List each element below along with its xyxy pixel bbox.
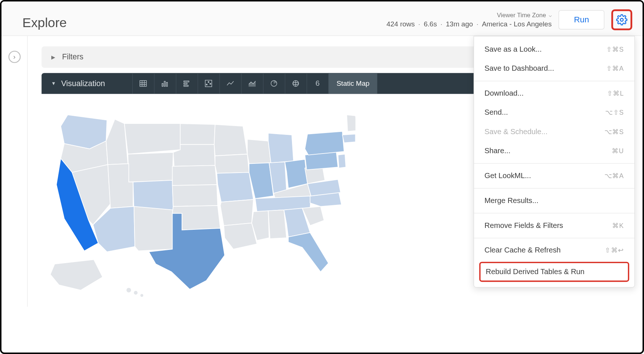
viz-single-value-icon[interactable]: 6 bbox=[307, 73, 329, 94]
state-ia bbox=[215, 154, 249, 173]
state-nj bbox=[338, 154, 346, 168]
state-wy bbox=[128, 152, 173, 182]
caret-down-icon: ▼ bbox=[51, 81, 56, 86]
explore-header: Explore Viewer Time Zone ⌵ 424 rows· 6.6… bbox=[1, 1, 644, 36]
menu-item-shortcut: ⇧⌘↩ bbox=[605, 247, 624, 254]
menu-separator bbox=[474, 238, 634, 238]
header-meta: Viewer Time Zone ⌵ 424 rows· 6.6s· 13m a… bbox=[386, 11, 552, 28]
menu-item-shortcut: ⌥⌘S bbox=[604, 128, 624, 136]
svg-rect-10 bbox=[184, 83, 187, 84]
caret-right-icon: ▶ bbox=[51, 54, 55, 60]
visualization-toggle[interactable]: ▼ Visualization bbox=[41, 79, 114, 88]
visualization-label: Visualization bbox=[61, 79, 105, 88]
settings-menu: Save as a Look...⇧⌘SSave to Dashboard...… bbox=[474, 36, 635, 288]
page-title: Explore bbox=[22, 15, 67, 30]
viz-scatter-icon[interactable] bbox=[197, 73, 219, 94]
state-me bbox=[347, 115, 355, 131]
query-age: 13m ago bbox=[446, 20, 473, 28]
viz-line-icon[interactable] bbox=[219, 73, 241, 94]
menu-item-get_lookml[interactable]: Get LookML...⌥⌘A bbox=[474, 166, 634, 185]
state-ak bbox=[50, 259, 103, 290]
menu-separator bbox=[474, 163, 634, 163]
state-nm bbox=[134, 206, 173, 251]
menu-item-send[interactable]: Send...⌥⇧S bbox=[474, 103, 634, 122]
menu-item-merge[interactable]: Merge Results... bbox=[474, 191, 634, 210]
viewer-timezone-label: Viewer Time Zone bbox=[497, 11, 546, 18]
viewer-timezone-dropdown[interactable]: Viewer Time Zone ⌵ bbox=[497, 11, 552, 18]
menu-item-label: Save as a Look... bbox=[485, 45, 542, 54]
menu-separator bbox=[474, 213, 634, 213]
us-map-svg bbox=[41, 107, 355, 299]
menu-item-label: Save to Dashboard... bbox=[485, 64, 554, 73]
viz-type-switcher: 6 Static Map bbox=[132, 73, 377, 94]
state-ma bbox=[343, 134, 356, 143]
svg-rect-7 bbox=[164, 81, 165, 86]
state-wi bbox=[247, 139, 271, 164]
menu-item-label: Send... bbox=[485, 108, 508, 117]
menu-item-label: Clear Cache & Refresh bbox=[485, 246, 561, 255]
explore-body: › ▶ Filters ▼ Visualization 6 Stati bbox=[1, 36, 644, 307]
state-la bbox=[224, 223, 257, 249]
viz-static-map-tab[interactable]: Static Map bbox=[328, 73, 377, 94]
state-mn bbox=[214, 125, 247, 156]
menu-item-remove_ff[interactable]: Remove Fields & Filters⌘K bbox=[474, 216, 634, 235]
viz-map-icon[interactable] bbox=[285, 73, 307, 94]
expand-sidebar-button[interactable]: › bbox=[8, 51, 20, 63]
viz-pie-icon[interactable] bbox=[263, 73, 285, 94]
menu-item-shortcut: ⇧⌘A bbox=[606, 65, 624, 73]
viz-table-icon[interactable] bbox=[132, 73, 154, 94]
state-fl bbox=[288, 233, 328, 272]
svg-point-14 bbox=[210, 83, 211, 84]
menu-item-shortcut: ⌘U bbox=[612, 147, 624, 155]
state-oh bbox=[285, 159, 308, 188]
svg-rect-11 bbox=[184, 85, 188, 86]
query-stats: 424 rows· 6.6s· 13m ago· America - Los A… bbox=[386, 20, 552, 28]
state-ar bbox=[220, 199, 253, 225]
rows-count: 424 rows bbox=[386, 20, 415, 28]
menu-item-rebuild[interactable]: Rebuild Derived Tables & Run bbox=[479, 262, 629, 282]
state-ne bbox=[172, 165, 216, 185]
menu-item-shortcut: ⌥⇧S bbox=[605, 109, 624, 117]
settings-gear-button[interactable] bbox=[611, 9, 632, 30]
menu-item-save_dash[interactable]: Save to Dashboard...⇧⌘A bbox=[474, 59, 634, 78]
menu-item-save_look[interactable]: Save as a Look...⇧⌘S bbox=[474, 40, 634, 59]
viz-bar-icon[interactable] bbox=[154, 73, 176, 94]
svg-point-12 bbox=[206, 84, 207, 85]
state-hi bbox=[126, 288, 131, 293]
menu-separator bbox=[474, 188, 634, 188]
menu-item-shortcut: ⌥⌘A bbox=[604, 172, 624, 180]
menu-item-label: Share... bbox=[485, 147, 511, 155]
query-duration: 6.6s bbox=[424, 20, 437, 28]
menu-item-label: Rebuild Derived Tables & Run bbox=[486, 268, 585, 276]
menu-item-label: Get LookML... bbox=[485, 172, 531, 180]
run-button[interactable]: Run bbox=[559, 10, 604, 29]
viz-area-icon[interactable] bbox=[241, 73, 263, 94]
filters-label: Filters bbox=[62, 52, 83, 62]
chevron-right-icon: › bbox=[13, 53, 15, 60]
menu-item-shortcut: ⇧⌘L bbox=[607, 89, 624, 97]
menu-item-label: Remove Fields & Filters bbox=[485, 221, 563, 230]
state-hi3 bbox=[140, 294, 144, 297]
state-mo bbox=[217, 172, 253, 202]
state-mt bbox=[125, 123, 181, 154]
menu-item-download[interactable]: Download...⇧⌘L bbox=[474, 84, 634, 103]
menu-item-shortcut: ⌘K bbox=[612, 222, 624, 229]
left-rail: › bbox=[1, 36, 27, 307]
svg-rect-6 bbox=[162, 84, 163, 86]
menu-separator bbox=[474, 81, 634, 81]
menu-item-clear_cache[interactable]: Clear Cache & Refresh⇧⌘↩ bbox=[474, 241, 634, 260]
svg-rect-8 bbox=[166, 82, 167, 86]
state-nd bbox=[180, 123, 215, 144]
query-timezone: America - Los Angeles bbox=[482, 20, 551, 28]
viz-hbar-icon[interactable] bbox=[176, 73, 198, 94]
state-hi2 bbox=[134, 291, 138, 295]
menu-item-shortcut: ⇧⌘S bbox=[606, 45, 624, 53]
menu-item-save_sched: Save & Schedule...⌥⌘S bbox=[474, 122, 634, 141]
menu-item-share[interactable]: Share...⌘U bbox=[474, 141, 634, 161]
menu-item-label: Merge Results... bbox=[485, 196, 538, 205]
state-mi bbox=[268, 133, 293, 163]
state-al bbox=[268, 210, 286, 239]
svg-rect-1 bbox=[140, 81, 147, 86]
menu-item-label: Save & Schedule... bbox=[485, 128, 548, 136]
header-right: Viewer Time Zone ⌵ 424 rows· 6.6s· 13m a… bbox=[386, 9, 632, 30]
